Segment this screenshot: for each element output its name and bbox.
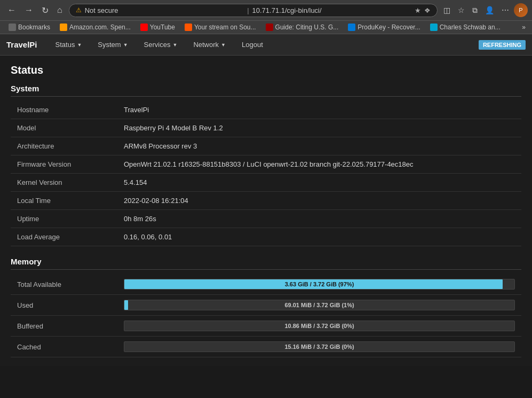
star-icon[interactable]: ★ [415, 6, 421, 14]
uptime-label: Uptime [11, 210, 117, 228]
memory-section-title: Memory [11, 257, 521, 270]
bookmark-schwab[interactable]: Charles Schwab an... [426, 22, 505, 32]
site-title: TravelPi [6, 40, 37, 49]
nav-status-caret: ▼ [77, 42, 82, 48]
bookmarks-more[interactable]: » [520, 22, 528, 32]
browser-toolbar: ← → ↻ ⌂ ⚠ Not secure | 10.71.71.1/cgi-bi… [0, 0, 532, 20]
bookmark-produkey[interactable]: ProduKey - Recover... [344, 22, 424, 32]
extensions-button[interactable]: ◫ [441, 5, 453, 15]
used-label: Used [11, 295, 117, 316]
nav-item-status[interactable]: Status ▼ [48, 34, 90, 56]
bookmark-favicon-produkey [348, 24, 355, 31]
address-icons: ★ ❖ [415, 6, 431, 14]
table-row-architecture: Architecture ARMv8 Processor rev 3 [11, 137, 521, 155]
table-row-hostname: Hostname TravelPi [11, 101, 521, 119]
system-info-table: Hostname TravelPi Model Raspberry Pi 4 M… [11, 101, 521, 246]
cached-progress: 15.16 MiB / 3.72 GiB (0%) [124, 341, 515, 352]
bookmarks-bar: Bookmarks Amazon.com. Spen... YouTube Yo… [0, 20, 532, 34]
nav-item-system[interactable]: System ▼ [90, 34, 135, 56]
bookmark-youtube-label: YouTube [150, 24, 175, 31]
total-available-progress: 3.63 GiB / 3.72 GiB (97%) [124, 279, 515, 290]
page-title: Status [11, 64, 521, 76]
refresh-button[interactable]: ↻ [38, 4, 52, 17]
table-row-localtime: Local Time 2022-02-08 16:21:04 [11, 192, 521, 210]
cached-label-text: 15.16 MiB / 3.72 GiB (0%) [124, 344, 514, 350]
bookmark-favicon-iu [266, 24, 273, 31]
kernel-label: Kernel Version [11, 174, 117, 192]
uptime-value: 0h 8m 26s [117, 210, 521, 228]
bookmark-produkey-label: ProduKey - Recover... [358, 24, 420, 31]
nav-item-services[interactable]: Services ▼ [137, 34, 185, 56]
forward-button[interactable]: → [21, 4, 36, 16]
nav-services-label: Services [144, 41, 171, 49]
architecture-label: Architecture [11, 137, 117, 155]
top-nav: TravelPi Status ▼ System ▼ Services ▼ Ne… [0, 34, 532, 56]
browser-icons: ◫ ☆ ⧉ 👤 ⋯ P [441, 3, 528, 17]
memory-section: Memory Total Available 3.63 GiB / 3.72 G… [11, 257, 521, 357]
table-row-cached: Cached 15.16 MiB / 3.72 GiB (0%) [11, 337, 521, 357]
localtime-label: Local Time [11, 192, 117, 210]
table-row-used: Used 69.01 MiB / 3.72 GiB (1%) [11, 295, 521, 316]
cached-bar-cell: 15.16 MiB / 3.72 GiB (0%) [117, 337, 521, 357]
system-section: System Hostname TravelPi Model Raspberry… [11, 84, 521, 246]
bookmark-amazon-label: Amazon.com. Spen... [69, 24, 131, 31]
url-value: 10.71.71.1/cgi-bin/luci/ [252, 6, 411, 14]
more-button[interactable]: ⋯ [499, 5, 512, 15]
total-available-label: Total Available [11, 274, 117, 295]
used-progress: 69.01 MiB / 3.72 GiB (1%) [124, 300, 515, 310]
warning-icon: ⚠ [76, 6, 82, 14]
table-row-total-available: Total Available 3.63 GiB / 3.72 GiB (97%… [11, 274, 521, 295]
bookmark-soundcloud-label: Your stream on Sou... [194, 24, 256, 31]
home-button[interactable]: ⌂ [54, 4, 66, 16]
nav-status-label: Status [55, 41, 75, 49]
bookmark-soundcloud[interactable]: Your stream on Sou... [180, 22, 260, 32]
buffered-label-text: 10.86 MiB / 3.72 GiB (0%) [124, 323, 514, 329]
used-label-text: 69.01 MiB / 3.72 GiB (1%) [124, 302, 514, 308]
nav-item-network[interactable]: Network ▼ [186, 34, 233, 56]
table-row-uptime: Uptime 0h 8m 26s [11, 210, 521, 228]
memory-table: Total Available 3.63 GiB / 3.72 GiB (97%… [11, 274, 521, 357]
used-bar-cell: 69.01 MiB / 3.72 GiB (1%) [117, 295, 521, 316]
browser-chrome: ← → ↻ ⌂ ⚠ Not secure | 10.71.71.1/cgi-bi… [0, 0, 532, 34]
total-available-label-text: 3.63 GiB / 3.72 GiB (97%) [124, 281, 514, 287]
bookmark-bookmarks[interactable]: Bookmarks [4, 22, 54, 32]
nav-system-label: System [98, 41, 121, 49]
nav-system-caret: ▼ [123, 42, 128, 48]
collections-button[interactable]: ⧉ [470, 5, 480, 16]
main-content: Status System Hostname TravelPi Model Ra… [0, 56, 532, 366]
account-button[interactable]: 👤 [482, 5, 497, 15]
bookmark-youtube[interactable]: YouTube [136, 22, 179, 32]
table-row-loadavg: Load Average 0.16, 0.06, 0.01 [11, 228, 521, 246]
bookmark-favicon-schwab [430, 24, 438, 31]
nav-buttons: ← → ↻ ⌂ [4, 4, 66, 17]
nav-logout[interactable]: Logout [234, 36, 271, 53]
table-row-kernel: Kernel Version 5.4.154 [11, 174, 521, 192]
firmware-label: Firmware Version [11, 155, 117, 174]
architecture-value: ARMv8 Processor rev 3 [117, 137, 521, 155]
hostname-value: TravelPi [117, 101, 521, 119]
model-label: Model [11, 119, 117, 137]
bookmark-label: Bookmarks [18, 24, 50, 31]
extension-icon[interactable]: ❖ [424, 6, 431, 14]
firmware-value: OpenWrt 21.02.1 r16325-88151b8303 / LuCI… [117, 155, 521, 174]
system-section-title: System [11, 84, 521, 97]
loadavg-label: Load Average [11, 228, 117, 246]
favorites-button[interactable]: ☆ [455, 5, 467, 15]
model-value: Raspberry Pi 4 Model B Rev 1.2 [117, 119, 521, 137]
nav-network-label: Network [193, 41, 219, 49]
bookmark-favicon [9, 24, 16, 31]
bookmark-amazon[interactable]: Amazon.com. Spen... [55, 22, 135, 32]
total-available-bar-cell: 3.63 GiB / 3.72 GiB (97%) [117, 274, 521, 295]
bookmark-iu-label: Guide: Citing U.S. G... [275, 24, 339, 31]
table-row-firmware: Firmware Version OpenWrt 21.02.1 r16325-… [11, 155, 521, 174]
bookmark-favicon-amazon [60, 24, 67, 31]
buffered-label: Buffered [11, 316, 117, 337]
address-bar[interactable]: ⚠ Not secure | 10.71.71.1/cgi-bin/luci/ … [69, 4, 438, 17]
profile-avatar[interactable]: P [514, 3, 528, 17]
buffered-bar-cell: 10.86 MiB / 3.72 GiB (0%) [117, 316, 521, 337]
bookmark-iu[interactable]: Guide: Citing U.S. G... [261, 22, 343, 32]
url-separator: | [247, 6, 249, 14]
table-row-model: Model Raspberry Pi 4 Model B Rev 1.2 [11, 119, 521, 137]
localtime-value: 2022-02-08 16:21:04 [117, 192, 521, 210]
back-button[interactable]: ← [4, 4, 19, 16]
